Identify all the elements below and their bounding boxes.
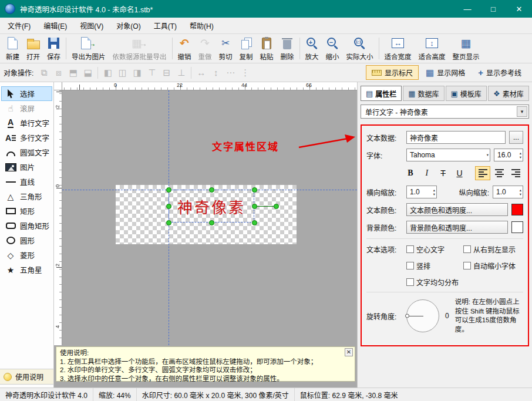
cut-icon: ✂ bbox=[221, 36, 230, 50]
selection-handle-middle-left[interactable] bbox=[166, 204, 171, 209]
toolbar-copy-button[interactable]: 复制 bbox=[236, 35, 257, 62]
underline-button[interactable]: U bbox=[452, 166, 467, 180]
rotation-dial[interactable] bbox=[406, 299, 439, 332]
rounded-rectangle-icon bbox=[5, 223, 16, 229]
spinner-arrows-icon[interactable]: ▴▾ bbox=[520, 188, 521, 196]
show-ruler-toggle[interactable]: 显示标尺 bbox=[366, 65, 419, 80]
tool-rectangle[interactable]: 矩形 bbox=[1, 204, 52, 218]
show-grid-toggle[interactable]: ▦ 显示网格 bbox=[420, 65, 471, 80]
menu-file[interactable]: 文件(F) bbox=[1, 18, 37, 33]
paste-icon bbox=[262, 36, 271, 50]
toolbar-fit-height-button[interactable]: ↕ 适合高度 bbox=[415, 35, 449, 62]
close-button[interactable]: ✕ bbox=[506, 0, 532, 18]
toolbar-export-image-button[interactable]: → 导出为图片 bbox=[68, 35, 109, 62]
align-left-button[interactable] bbox=[475, 166, 490, 180]
font-family-dropdown[interactable]: Tahoma ▾ bbox=[406, 149, 490, 161]
bold-button[interactable]: B bbox=[403, 166, 418, 180]
tab-template-library[interactable]: ▣ 模板库 bbox=[446, 86, 487, 101]
checkbox-icon bbox=[463, 245, 471, 253]
minimize-button[interactable]: — bbox=[454, 0, 480, 18]
h-scale-spinner[interactable]: 1.0 ▴▾ bbox=[406, 186, 437, 198]
panel-tabs: ▤ 属性栏 ▦ 数据库 ▣ 模板库 ❖ 素材库 bbox=[361, 86, 529, 101]
toolbar-delete-button[interactable]: 删除 bbox=[277, 35, 298, 62]
checkbox-auto-shrink-font[interactable]: 自动缩小字体 bbox=[463, 261, 523, 271]
ruler-corner bbox=[54, 82, 62, 90]
spinner-arrows-icon[interactable]: ▴▾ bbox=[520, 151, 521, 159]
usage-close-button[interactable]: ✕ bbox=[345, 348, 353, 356]
checkbox-justify-text[interactable]: 文字均匀分布 bbox=[406, 277, 463, 287]
text-data-label: 文本数据: bbox=[366, 133, 403, 143]
toolbar-actual-size-button[interactable]: 1:1 实际大小 bbox=[343, 35, 377, 62]
selection-handle-bottom-center[interactable] bbox=[209, 220, 214, 225]
app-icon bbox=[5, 4, 15, 14]
selection-handle-top-left[interactable] bbox=[166, 187, 171, 193]
object-operations-label: 对象操作: bbox=[4, 68, 33, 77]
tool-single-line-text[interactable]: A 单行文字 bbox=[1, 116, 52, 130]
toolbar-separator bbox=[379, 38, 379, 59]
tool-rounded-rectangle[interactable]: 圆角矩形 bbox=[1, 218, 52, 233]
tab-database[interactable]: ▦ 数据库 bbox=[403, 86, 444, 101]
object-selector-dropdown[interactable]: 单行文字 - 神奇像素 ▾ bbox=[361, 105, 529, 119]
toolbar-undo-button[interactable]: ↶ 撤销 bbox=[174, 35, 195, 62]
tab-material-library[interactable]: ❖ 素材库 bbox=[488, 86, 529, 101]
strikethrough-button[interactable]: T bbox=[436, 166, 451, 180]
tool-multi-line-text[interactable]: A 多行文字 bbox=[1, 130, 52, 145]
show-guides-toggle[interactable]: + 显示参考线 bbox=[472, 65, 527, 80]
toolbar-open-button[interactable]: 打开 bbox=[23, 35, 43, 62]
toolbar-zoom-in-button[interactable]: + 放大 bbox=[302, 35, 322, 62]
checkbox-vertical-text[interactable]: 竖排 bbox=[406, 261, 463, 271]
toolbar-save-button[interactable]: 保存 bbox=[43, 35, 64, 62]
triangle-icon: △ bbox=[5, 192, 16, 201]
canvas-area[interactable]: 神奇像素 文字属性区域 bbox=[62, 90, 357, 345]
selection-handle-middle-right[interactable] bbox=[252, 204, 257, 209]
toolbar-whole-page-button[interactable]: ▦ 整页显示 bbox=[449, 35, 483, 62]
tool-line[interactable]: 直线 bbox=[1, 174, 52, 189]
v-scale-spinner[interactable]: 1.0 ▴▾ bbox=[493, 186, 523, 198]
tool-panel: 选择 ☝ 滚屏 A 单行文字 A 多行文字 圆弧文字 图片 bbox=[0, 82, 54, 387]
dial-knob[interactable] bbox=[405, 314, 409, 318]
menu-edit[interactable]: 编辑(E) bbox=[37, 18, 73, 33]
tool-circle[interactable]: 圆形 bbox=[1, 233, 52, 248]
menu-tools[interactable]: 工具(T) bbox=[147, 18, 183, 33]
toolbar-zoom-out-button[interactable]: − 缩小 bbox=[322, 35, 343, 62]
tool-select[interactable]: 选择 bbox=[1, 86, 52, 101]
rotate-handle[interactable] bbox=[274, 204, 279, 209]
toolbar-new-button[interactable]: 新建 bbox=[2, 35, 23, 62]
selection-handle-top-center[interactable] bbox=[209, 187, 214, 193]
menu-view[interactable]: 视图(V) bbox=[73, 18, 110, 33]
selection-handle-top-right[interactable] bbox=[252, 187, 257, 193]
align-right-button[interactable] bbox=[508, 166, 523, 180]
tool-triangle[interactable]: △ 三角形 bbox=[1, 189, 52, 204]
undo-icon: ↶ bbox=[180, 36, 189, 50]
text-data-more-button[interactable]: ... bbox=[509, 131, 523, 144]
watermark-text[interactable]: 神奇像素 bbox=[169, 190, 254, 223]
tool-arc-text[interactable]: 圆弧文字 bbox=[1, 145, 52, 160]
italic-button[interactable]: I bbox=[419, 166, 435, 180]
toolbar-paste-button[interactable]: 粘贴 bbox=[257, 35, 277, 62]
checkbox-right-to-left[interactable]: 从右到左显示 bbox=[463, 244, 523, 254]
menu-object[interactable]: 对象(O) bbox=[110, 18, 147, 33]
toolbar-fit-width-button[interactable]: ↔ 适合宽度 bbox=[381, 35, 415, 62]
selection-handle-bottom-right[interactable] bbox=[252, 220, 257, 225]
font-size-spinner[interactable]: 16.0 ▴▾ bbox=[494, 149, 523, 161]
tool-scroll[interactable]: ☝ 滚屏 bbox=[1, 101, 52, 116]
line-icon bbox=[5, 181, 16, 183]
status-bar: 神奇透明水印设计软件 4.0 缩放: 44% 水印尺寸: 60.0 毫米 x 2… bbox=[0, 387, 532, 401]
maximize-button[interactable]: □ bbox=[480, 0, 506, 18]
text-color-button[interactable]: 文本颜色和透明度... bbox=[406, 203, 508, 216]
chevron-down-icon[interactable]: ▾ bbox=[517, 106, 527, 117]
toolbar-cut-button[interactable]: ✂ 剪切 bbox=[216, 35, 236, 62]
tab-properties[interactable]: ▤ 属性栏 bbox=[361, 86, 402, 101]
usage-help-button[interactable]: 使用说明 bbox=[0, 369, 53, 385]
text-data-input[interactable]: 神奇像素 bbox=[406, 131, 506, 144]
spinner-arrows-icon[interactable]: ▴▾ bbox=[433, 188, 435, 196]
bg-color-button[interactable]: 背景颜色和透明度... bbox=[406, 221, 508, 234]
align-center-button[interactable] bbox=[491, 166, 507, 180]
selection-handle-bottom-left[interactable] bbox=[166, 220, 171, 225]
checkbox-hollow-text[interactable]: 空心文字 bbox=[406, 244, 463, 254]
tool-star[interactable]: ★ 五角星 bbox=[1, 262, 52, 277]
tool-diamond[interactable]: ◇ 菱形 bbox=[1, 248, 52, 262]
toolbar-separator bbox=[299, 38, 300, 59]
menu-help[interactable]: 帮助(H) bbox=[183, 18, 220, 33]
tool-image[interactable]: 图片 bbox=[1, 160, 52, 174]
